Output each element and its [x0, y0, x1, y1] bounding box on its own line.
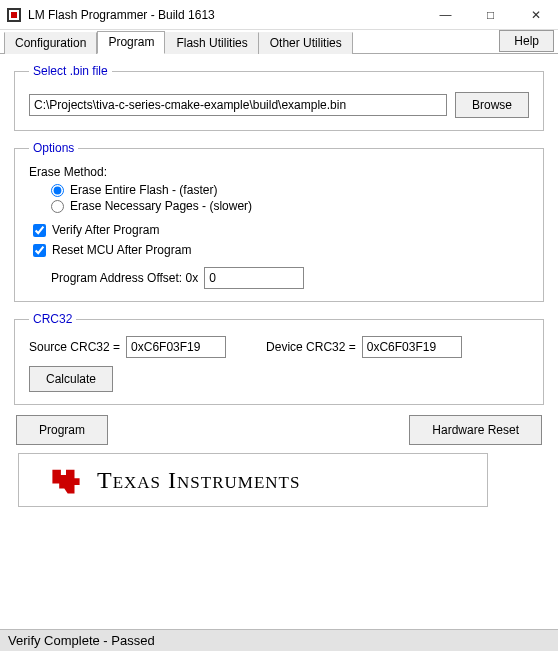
app-icon: [6, 7, 22, 23]
options-legend: Options: [29, 141, 78, 155]
status-bar: Verify Complete - Passed: [0, 629, 558, 651]
help-button[interactable]: Help: [499, 30, 554, 52]
program-button[interactable]: Program: [16, 415, 108, 445]
window-title: LM Flash Programmer - Build 1613: [28, 8, 215, 22]
erase-pages-label: Erase Necessary Pages - (slower): [70, 199, 252, 213]
source-crc-label: Source CRC32 =: [29, 340, 120, 354]
select-bin-legend: Select .bin file: [29, 64, 112, 78]
verify-label: Verify After Program: [52, 223, 159, 237]
crc-legend: CRC32: [29, 312, 76, 326]
verify-checkbox[interactable]: [33, 224, 46, 237]
select-bin-group: Select .bin file Browse: [14, 64, 544, 131]
brand-text: Texas Instruments: [97, 467, 300, 494]
maximize-button[interactable]: □: [468, 0, 513, 29]
tab-program[interactable]: Program: [97, 31, 165, 54]
titlebar: LM Flash Programmer - Build 1613 — □ ✕: [0, 0, 558, 30]
reset-checkbox[interactable]: [33, 244, 46, 257]
brand-footer: Texas Instruments: [18, 453, 488, 507]
calculate-button[interactable]: Calculate: [29, 366, 113, 392]
device-crc-value: [362, 336, 462, 358]
offset-label: Program Address Offset: 0x: [51, 271, 198, 285]
source-crc-value: [126, 336, 226, 358]
erase-pages-radio[interactable]: [51, 200, 64, 213]
erase-entire-radio[interactable]: [51, 184, 64, 197]
crc-group: CRC32 Source CRC32 = Device CRC32 = Calc…: [14, 312, 544, 405]
options-group: Options Erase Method: Erase Entire Flash…: [14, 141, 544, 302]
browse-button[interactable]: Browse: [455, 92, 529, 118]
hardware-reset-button[interactable]: Hardware Reset: [409, 415, 542, 445]
erase-method-label: Erase Method:: [29, 165, 529, 179]
bin-path-input[interactable]: [29, 94, 447, 116]
offset-input[interactable]: [204, 267, 304, 289]
close-button[interactable]: ✕: [513, 0, 558, 29]
erase-entire-label: Erase Entire Flash - (faster): [70, 183, 217, 197]
reset-label: Reset MCU After Program: [52, 243, 191, 257]
tab-bar: Configuration Program Flash Utilities Ot…: [0, 30, 558, 54]
status-text: Verify Complete - Passed: [8, 633, 155, 648]
tab-other-utilities[interactable]: Other Utilities: [259, 32, 353, 54]
svg-rect-2: [11, 12, 17, 18]
tab-flash-utilities[interactable]: Flash Utilities: [165, 32, 258, 54]
ti-logo-icon: [49, 463, 83, 497]
minimize-button[interactable]: —: [423, 0, 468, 29]
tab-configuration[interactable]: Configuration: [4, 32, 97, 54]
device-crc-label: Device CRC32 =: [266, 340, 356, 354]
